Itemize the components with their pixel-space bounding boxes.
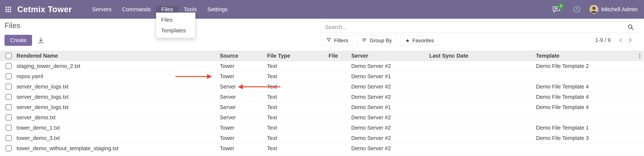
nav-item-commands[interactable]: Commands xyxy=(117,6,156,12)
cell-source: Server xyxy=(220,104,267,110)
create-button[interactable]: Create xyxy=(4,35,32,46)
table-row[interactable]: server_demo_logs.txtServerTextDemo Serve… xyxy=(0,92,644,102)
cell-source: Tower xyxy=(220,145,267,152)
cell-server: Demo Server #1 xyxy=(351,104,429,110)
cell-file-type: Text xyxy=(267,63,328,69)
row-checkbox[interactable] xyxy=(6,84,12,90)
row-checkbox[interactable] xyxy=(6,104,12,110)
table-row[interactable]: tower_demo_3.txtTowerTextDemo Server #2D… xyxy=(0,133,644,143)
page-title: Files xyxy=(4,21,20,30)
cell-server: Demo Server #2 xyxy=(351,94,429,100)
app-brand-title[interactable]: Cetmix Tower xyxy=(17,5,72,14)
row-checkbox[interactable] xyxy=(6,63,12,69)
column-header-file-type[interactable]: File Type xyxy=(267,53,328,59)
column-header-server[interactable]: Server xyxy=(351,53,429,59)
table-row[interactable]: repos.yamlTowerTextDemo Server #1 xyxy=(0,71,644,81)
row-checkbox-cell xyxy=(0,114,16,120)
cell-template: Demo File Template 1 xyxy=(536,125,644,131)
table-row[interactable]: staging_tower_demo_2.txtTowerTextDemo Se… xyxy=(0,61,644,71)
cell-source: Tower xyxy=(220,73,267,79)
column-header-source[interactable]: Source xyxy=(220,53,267,59)
cell-template: Demo File Template 2 xyxy=(536,63,644,69)
cell-server: Demo Server #2 xyxy=(351,84,429,90)
nav-item-label: Files xyxy=(161,6,173,12)
row-checkbox-cell xyxy=(0,73,16,79)
nav-item-servers[interactable]: Servers xyxy=(87,6,117,12)
column-header-last-sync-date[interactable]: Last Sync Date xyxy=(429,53,536,59)
column-header-template[interactable]: Template xyxy=(536,53,644,59)
row-checkbox[interactable] xyxy=(6,145,12,151)
row-checkbox[interactable] xyxy=(6,125,12,131)
cell-template: Demo File Template 4 xyxy=(536,84,644,90)
export-download-icon[interactable] xyxy=(37,37,44,44)
row-checkbox[interactable] xyxy=(6,73,12,79)
select-all-checkbox[interactable] xyxy=(6,53,12,59)
user-avatar[interactable] xyxy=(590,5,598,14)
files-dropdown-menu: Files Templates xyxy=(156,12,196,38)
cell-rendered-name: server_demo_logs.txt xyxy=(16,84,220,90)
pager: 1-9 / 9 xyxy=(595,37,634,43)
row-checkbox-cell xyxy=(0,145,16,151)
cell-source: Server xyxy=(220,94,267,100)
messages-icon[interactable]: 4 xyxy=(552,5,560,13)
search-input[interactable] xyxy=(321,24,627,30)
cell-rendered-name: tower_demo_without_template_staging.txt xyxy=(16,145,220,152)
table-row[interactable]: server_demo.txtServerTextDemo Server #2 xyxy=(0,112,644,123)
optional-columns-toggle-icon[interactable] xyxy=(638,53,641,59)
cell-rendered-name: repos.yaml xyxy=(16,73,220,79)
cell-template: Demo File Template 4 xyxy=(536,104,644,110)
table-header-row: Rendered Name Source File Type File Serv… xyxy=(0,51,644,61)
nav-menus: Servers Commands Files Files Templates T… xyxy=(87,6,233,12)
cell-server: Demo Server #2 xyxy=(351,125,429,131)
cell-file-type: Text xyxy=(267,145,328,152)
cell-template: Demo File Template 3 xyxy=(536,135,644,141)
group-by-button[interactable]: Group By xyxy=(357,35,397,46)
cell-file-type: Text xyxy=(267,125,328,131)
cell-server: Demo Server #2 xyxy=(351,135,429,141)
filter-funnel-icon xyxy=(326,37,332,44)
row-checkbox[interactable] xyxy=(6,135,12,141)
navbar-left: Cetmix Tower Servers Commands Files File… xyxy=(0,0,233,19)
nav-item-tools[interactable]: Tools xyxy=(178,6,202,12)
column-header-rendered-name[interactable]: Rendered Name xyxy=(16,53,220,59)
table-row[interactable]: server_demo_logs.txtServerTextDemo Serve… xyxy=(0,102,644,112)
pager-next-icon[interactable] xyxy=(626,38,634,43)
row-checkbox-cell xyxy=(0,135,16,141)
table-row[interactable]: server_demo_logs.txtServerTextDemo Serve… xyxy=(0,81,644,92)
navbar-right: 4 Mitchell Admin xyxy=(552,0,644,19)
header-checkbox-cell xyxy=(0,53,16,59)
nav-item-label: Servers xyxy=(92,6,112,12)
apps-grid-icon[interactable] xyxy=(5,6,12,13)
favorites-button[interactable]: ★ Favorites xyxy=(400,35,439,46)
table-row[interactable]: tower_demo_without_template_staging.txtT… xyxy=(0,143,644,154)
nav-item-label: Commands xyxy=(122,6,151,12)
pager-range: 1-9 / 9 xyxy=(595,37,610,43)
dropdown-item-files[interactable]: Files xyxy=(156,15,195,25)
nav-item-settings[interactable]: Settings xyxy=(202,6,233,12)
row-checkbox-cell xyxy=(0,84,16,90)
cell-source: Tower xyxy=(220,125,267,131)
filters-button[interactable]: Filters xyxy=(321,35,353,46)
cell-server: Demo Server #2 xyxy=(351,114,429,121)
cell-source: Tower xyxy=(220,135,267,141)
nav-item-files[interactable]: Files Files Templates xyxy=(156,6,178,12)
row-checkbox[interactable] xyxy=(6,94,12,100)
activities-clock-icon[interactable] xyxy=(573,5,581,13)
table-row[interactable]: tower_demo_1.txtTowerTextDemo Server #2D… xyxy=(0,123,644,133)
search-icon[interactable] xyxy=(627,24,638,30)
nav-item-label: Tools xyxy=(184,6,197,12)
dropdown-item-templates[interactable]: Templates xyxy=(156,25,195,36)
row-checkbox[interactable] xyxy=(6,114,12,120)
cell-file-type: Text xyxy=(267,114,328,121)
favorites-label: Favorites xyxy=(412,38,434,44)
user-menu[interactable]: Mitchell Admin xyxy=(602,6,638,12)
group-by-icon xyxy=(362,37,367,44)
cell-rendered-name: tower_demo_1.txt xyxy=(16,125,220,131)
search-box xyxy=(321,21,638,33)
pager-previous-icon[interactable] xyxy=(617,38,626,43)
cell-file-type: Text xyxy=(267,84,328,90)
group-by-label: Group By xyxy=(370,38,392,44)
top-navbar: Cetmix Tower Servers Commands Files File… xyxy=(0,0,644,19)
cell-file-type: Text xyxy=(267,73,328,79)
column-header-file[interactable]: File xyxy=(328,53,351,59)
